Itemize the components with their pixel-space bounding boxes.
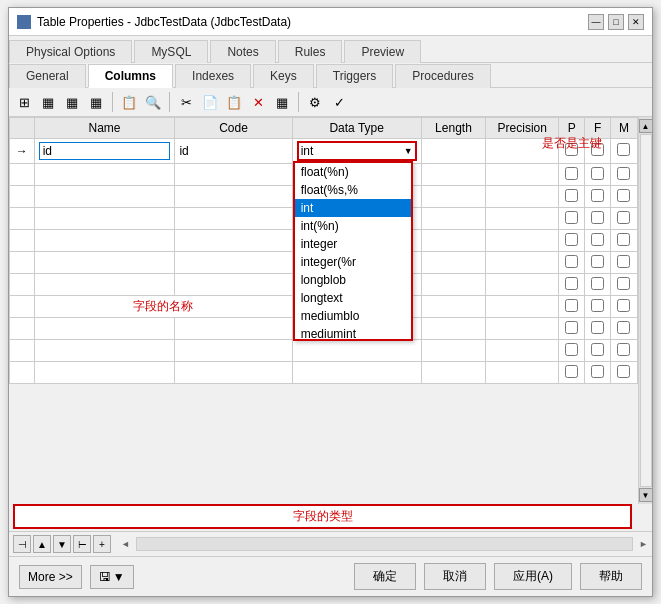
m-checkbox[interactable] (617, 365, 630, 378)
toolbar-paste2-button[interactable]: 📋 (223, 91, 245, 113)
row-p-cell[interactable] (559, 318, 585, 340)
toolbar-paste-button[interactable]: 📋 (118, 91, 140, 113)
tab-mysql[interactable]: MySQL (134, 40, 208, 63)
dropdown-item-float-n[interactable]: float(%n) (295, 163, 411, 181)
dropdown-item-mediumblo[interactable]: mediumblo (295, 307, 411, 325)
row-code-cell[interactable] (175, 252, 292, 274)
save-button[interactable]: 🖫 ▼ (90, 565, 134, 589)
m-checkbox[interactable] (617, 189, 630, 202)
f-checkbox[interactable] (591, 189, 604, 202)
tab-keys[interactable]: Keys (253, 64, 314, 88)
minimize-button[interactable]: — (588, 14, 604, 30)
row-length-cell[interactable] (421, 318, 486, 340)
dropdown-item-integer-r[interactable]: integer(%r (295, 253, 411, 271)
f-checkbox[interactable] (591, 211, 604, 224)
row-f-cell[interactable] (585, 340, 611, 362)
m-checkbox[interactable] (617, 299, 630, 312)
f-checkbox[interactable] (591, 277, 604, 290)
tab-triggers[interactable]: Triggers (316, 64, 394, 88)
maximize-button[interactable]: □ (608, 14, 624, 30)
toolbar-delete-button[interactable]: ✕ (247, 91, 269, 113)
dropdown-item-longtext[interactable]: longtext (295, 289, 411, 307)
row-m-cell[interactable] (610, 296, 637, 318)
toolbar-grid1-button[interactable]: ⊞ (13, 91, 35, 113)
row-precision-cell[interactable] (486, 164, 559, 186)
more-button[interactable]: More >> (19, 565, 82, 589)
horizontal-scrollbar[interactable] (136, 537, 633, 551)
row-m-cell[interactable] (610, 164, 637, 186)
p-checkbox[interactable] (565, 277, 578, 290)
row-m-cell[interactable] (610, 139, 637, 164)
row-precision-cell[interactable] (486, 139, 559, 164)
toolbar-settings-button[interactable]: ⚙ (304, 91, 326, 113)
dropdown-item-mediumint1[interactable]: mediumint (295, 325, 411, 341)
f-checkbox[interactable] (591, 233, 604, 246)
m-checkbox[interactable] (617, 321, 630, 334)
row-p-cell[interactable] (559, 186, 585, 208)
row-name-cell[interactable] (34, 208, 175, 230)
row-type-cell[interactable]: int ▼ float(%n) float(%s,% int int(%n) (292, 139, 421, 164)
row-name-cell[interactable] (34, 274, 175, 296)
row-length-cell[interactable] (421, 274, 486, 296)
row-m-cell[interactable] (610, 230, 637, 252)
vertical-scrollbar[interactable]: ▲ ▼ (638, 117, 652, 504)
f-checkbox[interactable] (591, 167, 604, 180)
nav-first-button[interactable]: ⊣ (13, 535, 31, 553)
row-code-cell[interactable] (175, 208, 292, 230)
row-f-cell[interactable] (585, 230, 611, 252)
tab-physical[interactable]: Physical Options (9, 40, 132, 63)
m-checkbox[interactable] (617, 233, 630, 246)
row-name-cell[interactable] (34, 186, 175, 208)
f-checkbox[interactable] (591, 143, 604, 156)
dropdown-item-int-n[interactable]: int(%n) (295, 217, 411, 235)
row-p-cell[interactable] (559, 340, 585, 362)
scroll-up-button[interactable]: ▲ (639, 119, 653, 133)
row-f-cell[interactable] (585, 164, 611, 186)
row-code-cell[interactable] (175, 362, 292, 384)
toolbar-find-button[interactable]: 🔍 (142, 91, 164, 113)
scroll-track[interactable] (640, 134, 652, 487)
p-checkbox[interactable] (565, 255, 578, 268)
tab-preview[interactable]: Preview (344, 40, 421, 63)
f-checkbox[interactable] (591, 299, 604, 312)
row-precision-cell[interactable] (486, 252, 559, 274)
p-checkbox[interactable] (565, 343, 578, 356)
p-checkbox[interactable] (565, 365, 578, 378)
row-f-cell[interactable] (585, 186, 611, 208)
tab-notes[interactable]: Notes (210, 40, 275, 63)
row-m-cell[interactable] (610, 318, 637, 340)
toolbar-cut-button[interactable]: ✂ (175, 91, 197, 113)
row-p-cell[interactable] (559, 296, 585, 318)
row-code-cell[interactable] (175, 186, 292, 208)
row-name-cell[interactable] (34, 230, 175, 252)
row-length-cell[interactable] (421, 186, 486, 208)
p-checkbox[interactable] (565, 143, 578, 156)
f-checkbox[interactable] (591, 365, 604, 378)
row-name-cell[interactable] (34, 362, 175, 384)
scroll-down-button[interactable]: ▼ (639, 488, 653, 502)
row-code-cell[interactable] (175, 230, 292, 252)
row-name-cell[interactable] (34, 252, 175, 274)
dropdown-item-float-s[interactable]: float(%s,% (295, 181, 411, 199)
dropdown-item-int[interactable]: int (295, 199, 411, 217)
row-code-cell[interactable]: id (175, 139, 292, 164)
row-type-cell[interactable] (292, 362, 421, 384)
p-checkbox[interactable] (565, 299, 578, 312)
m-checkbox[interactable] (617, 143, 630, 156)
row-length-cell[interactable] (421, 230, 486, 252)
row-precision-cell[interactable] (486, 230, 559, 252)
m-checkbox[interactable] (617, 277, 630, 290)
row-precision-cell[interactable] (486, 274, 559, 296)
p-checkbox[interactable] (565, 167, 578, 180)
row-p-cell[interactable] (559, 164, 585, 186)
f-checkbox[interactable] (591, 255, 604, 268)
row-length-cell[interactable] (421, 164, 486, 186)
row-code-cell[interactable] (175, 318, 292, 340)
row-m-cell[interactable] (610, 274, 637, 296)
m-checkbox[interactable] (617, 167, 630, 180)
row-length-cell[interactable] (421, 139, 486, 164)
p-checkbox[interactable] (565, 211, 578, 224)
row-p-cell[interactable] (559, 230, 585, 252)
row-code-cell[interactable] (175, 340, 292, 362)
row-p-cell[interactable] (559, 208, 585, 230)
